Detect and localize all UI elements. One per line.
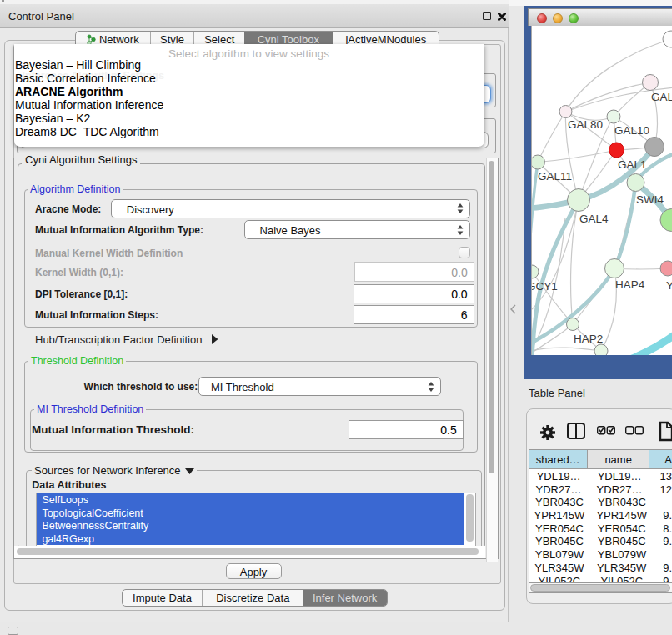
- svg-text:GAL80: GAL80: [568, 118, 603, 131]
- svg-text:SWI4: SWI4: [636, 193, 664, 206]
- svg-text:Y: Y: [666, 279, 672, 292]
- svg-text:GCY1: GCY1: [532, 280, 558, 292]
- svg-text:HAP2: HAP2: [574, 332, 603, 345]
- svg-text:GAL10: GAL10: [614, 124, 649, 137]
- svg-text:GAL11: GAL11: [538, 170, 572, 182]
- svg-text:HAP4: HAP4: [615, 278, 645, 291]
- svg-text:GAL4: GAL4: [579, 212, 609, 225]
- svg-text:GAL1: GAL1: [618, 158, 647, 171]
- svg-text:GAL8: GAL8: [651, 91, 672, 103]
